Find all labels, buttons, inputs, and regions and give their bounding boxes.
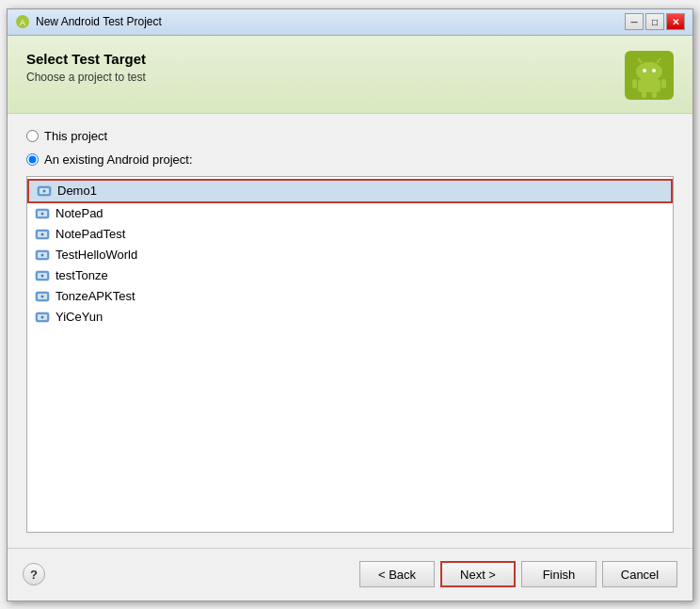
- project-item[interactable]: NotePad: [27, 203, 673, 224]
- footer-left: ?: [23, 563, 45, 585]
- svg-point-4: [643, 69, 646, 72]
- project-item[interactable]: TonzeAPKTest: [27, 286, 673, 307]
- project-name: NotePadTest: [56, 227, 125, 241]
- title-bar-controls: ─ □ ✕: [625, 13, 685, 30]
- project-icon: [35, 248, 50, 263]
- svg-text:A: A: [20, 18, 25, 27]
- help-button[interactable]: ?: [23, 563, 45, 585]
- header-text: Select Test Target Choose a project to t…: [26, 51, 146, 84]
- next-button[interactable]: Next >: [440, 561, 516, 587]
- project-name: testTonze: [56, 268, 108, 282]
- content-section: This project An existing Android project…: [8, 114, 692, 548]
- dialog: A New Android Test Project ─ □ ✕ Select …: [7, 8, 693, 601]
- svg-rect-11: [642, 91, 646, 98]
- svg-point-24: [41, 253, 44, 256]
- minimize-button[interactable]: ─: [625, 13, 644, 30]
- svg-point-27: [41, 274, 44, 277]
- project-icon: [35, 268, 50, 283]
- footer-section: ? < Back Next > Finish Cancel: [8, 548, 692, 601]
- existing-project-label: An existing Android project:: [44, 152, 193, 167]
- svg-point-18: [41, 212, 44, 215]
- project-name: TestHelloWorld: [56, 248, 137, 262]
- project-item[interactable]: TestHelloWorld: [27, 245, 673, 265]
- svg-rect-10: [661, 79, 666, 88]
- project-item[interactable]: YiCeYun: [27, 307, 673, 328]
- project-item[interactable]: NotePadTest: [27, 224, 673, 245]
- project-icon: [35, 289, 50, 304]
- svg-rect-9: [632, 79, 637, 88]
- project-name: TonzeAPKTest: [56, 289, 135, 303]
- project-icon: [37, 184, 52, 199]
- svg-point-21: [41, 232, 44, 235]
- project-icon: [35, 227, 50, 242]
- svg-point-3: [636, 62, 662, 81]
- maximize-button[interactable]: □: [645, 13, 664, 30]
- svg-point-5: [652, 69, 656, 72]
- project-item[interactable]: Demo1: [27, 179, 673, 203]
- page-title: Select Test Target: [26, 51, 146, 67]
- existing-project-radio[interactable]: [26, 153, 39, 166]
- title-bar-title: New Android Test Project: [36, 15, 162, 28]
- header-section: Select Test Target Choose a project to t…: [8, 36, 692, 114]
- title-bar: A New Android Test Project ─ □ ✕: [8, 9, 692, 36]
- svg-point-30: [41, 295, 44, 297]
- footer-right: < Back Next > Finish Cancel: [359, 561, 677, 587]
- project-name: NotePad: [56, 206, 103, 220]
- project-list-container[interactable]: Demo1 NotePad NotePadTest TestHelloWorld…: [26, 176, 674, 533]
- page-subtitle: Choose a project to test: [26, 71, 146, 84]
- project-list: Demo1 NotePad NotePadTest TestHelloWorld…: [27, 177, 673, 329]
- title-bar-left: A New Android Test Project: [15, 14, 162, 29]
- svg-rect-12: [652, 91, 657, 98]
- finish-button[interactable]: Finish: [521, 561, 597, 587]
- svg-rect-8: [638, 79, 660, 92]
- close-button[interactable]: ✕: [666, 13, 685, 30]
- existing-project-option[interactable]: An existing Android project:: [26, 152, 674, 167]
- project-name: YiCeYun: [56, 310, 103, 324]
- project-icon: [35, 206, 50, 221]
- back-button[interactable]: < Back: [359, 561, 435, 587]
- project-name: Demo1: [57, 184, 97, 198]
- cancel-button[interactable]: Cancel: [602, 561, 677, 587]
- this-project-option[interactable]: This project: [26, 129, 674, 143]
- project-item[interactable]: testTonze: [27, 265, 673, 286]
- this-project-radio[interactable]: [26, 130, 39, 142]
- svg-point-33: [41, 315, 44, 318]
- this-project-label: This project: [44, 129, 107, 143]
- project-icon: [35, 310, 50, 325]
- title-bar-android-icon: A: [15, 14, 30, 29]
- android-logo: [625, 51, 674, 100]
- svg-point-15: [43, 189, 46, 192]
